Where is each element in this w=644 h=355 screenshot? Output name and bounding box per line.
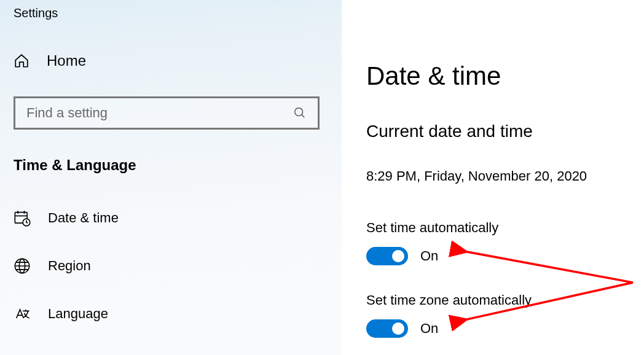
sidebar-item-date-time[interactable]: Date & time — [14, 209, 328, 227]
sidebar-item-language[interactable]: Language — [14, 305, 328, 322]
toggle-switch-set-timezone[interactable] — [366, 319, 408, 338]
page-title: Date & time — [366, 61, 632, 91]
search-box[interactable] — [14, 96, 320, 130]
svg-point-0 — [295, 108, 303, 116]
language-icon — [14, 305, 31, 322]
globe-icon — [14, 257, 31, 275]
toggle-row: On — [366, 247, 632, 265]
sidebar-item-label: Date & time — [48, 210, 119, 226]
toggle-row: On — [366, 319, 632, 338]
current-datetime-value: 8:29 PM, Friday, November 20, 2020 — [366, 168, 632, 184]
category-title: Time & Language — [14, 157, 328, 174]
nav-home[interactable]: Home — [14, 52, 328, 69]
calendar-clock-icon — [14, 209, 31, 227]
toggle-label: Set time automatically — [366, 220, 632, 236]
section-heading: Current date and time — [366, 122, 632, 141]
sidebar-item-label: Region — [48, 258, 91, 274]
sidebar-item-label: Language — [48, 306, 108, 322]
home-icon — [14, 53, 29, 69]
toggle-set-time-auto: Set time automatically On — [366, 220, 632, 265]
main-panel: Date & time Current date and time 8:29 P… — [342, 0, 644, 355]
window-title: Settings — [14, 6, 328, 20]
toggle-set-timezone-auto: Set time zone automatically On — [366, 292, 632, 338]
toggle-state-text: On — [420, 321, 438, 337]
search-icon — [293, 106, 307, 120]
nav-home-label: Home — [47, 52, 86, 69]
settings-sidebar: Settings Home Time & Language Date & tim… — [0, 0, 342, 355]
toggle-label: Set time zone automatically — [366, 292, 632, 308]
search-input[interactable] — [26, 105, 293, 121]
toggle-switch-set-time[interactable] — [366, 247, 408, 265]
sidebar-item-region[interactable]: Region — [14, 257, 328, 275]
toggle-state-text: On — [420, 248, 438, 264]
